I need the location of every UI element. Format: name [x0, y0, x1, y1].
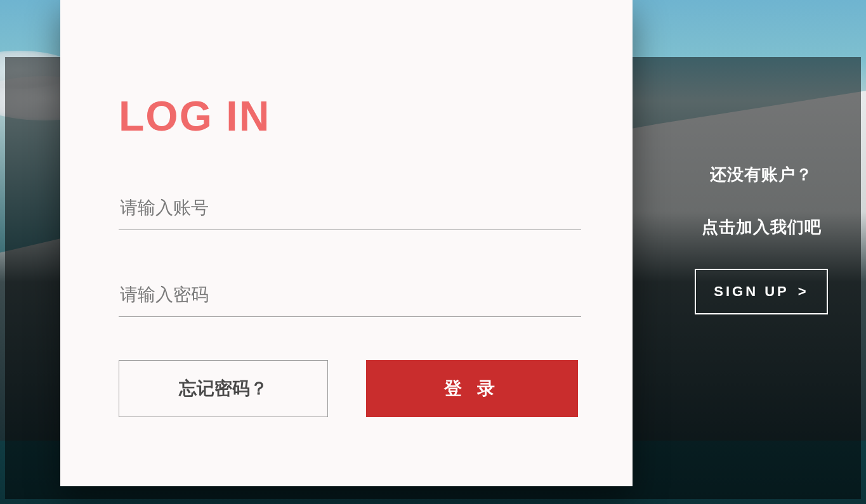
login-card: LOG IN 忘记密码？ 登 录 [60, 0, 633, 486]
background: LOG IN 忘记密码？ 登 录 还没有账户？ 点击加入我们吧 SIGN UP … [0, 0, 866, 504]
username-field-wrapper [119, 194, 579, 230]
password-field-wrapper [119, 281, 579, 317]
username-input[interactable] [119, 194, 581, 230]
login-title: LOG IN [119, 92, 579, 140]
signup-prompt-line2: 点击加入我们吧 [672, 216, 850, 238]
login-button[interactable]: 登 录 [366, 360, 578, 417]
chevron-right-icon: > [798, 283, 809, 300]
sign-up-button[interactable]: SIGN UP > [695, 269, 828, 314]
button-row: 忘记密码？ 登 录 [119, 360, 579, 417]
signup-prompt-line1: 还没有账户？ [672, 164, 850, 186]
signup-prompt: 还没有账户？ 点击加入我们吧 SIGN UP > [672, 164, 850, 314]
sign-up-label: SIGN UP [714, 283, 789, 300]
password-input[interactable] [119, 281, 581, 317]
forgot-password-button[interactable]: 忘记密码？ [119, 360, 328, 417]
